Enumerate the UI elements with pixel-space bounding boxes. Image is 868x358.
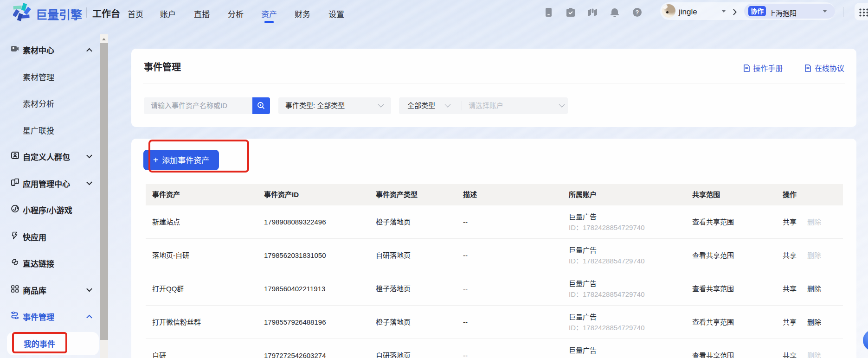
- svg-text:?: ?: [636, 9, 639, 16]
